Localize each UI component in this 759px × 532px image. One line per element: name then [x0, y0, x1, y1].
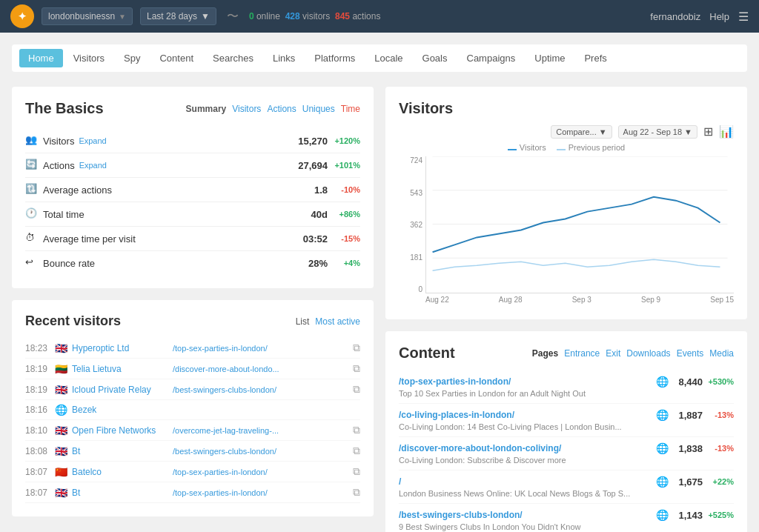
actions-expand[interactable]: Expand	[79, 161, 107, 170]
basics-header: The Basics Summary Visitors Actions Uniq…	[25, 100, 360, 117]
content-tab-media[interactable]: Media	[709, 348, 734, 359]
help-link[interactable]: Help	[709, 11, 729, 22]
logo[interactable]: ✦	[10, 4, 34, 28]
table-icon[interactable]: ⊞	[703, 124, 713, 139]
content-tab-entrance[interactable]: Entrance	[564, 348, 600, 359]
list-item: 18:07 🇬🇧 Bt /top-sex-parties-in-london/ …	[25, 482, 360, 503]
compare-button[interactable]: Compare... ▼	[551, 125, 611, 139]
uniques-tab[interactable]: Uniques	[302, 104, 335, 114]
visitor-url[interactable]: /top-sex-parties-in-london/	[173, 344, 348, 353]
tab-visitors[interactable]: Visitors	[64, 49, 113, 67]
tab-uptime[interactable]: Uptime	[526, 49, 574, 67]
logo-text: ✦	[18, 10, 27, 22]
visitor-url[interactable]: /best-swingers-clubs-london/	[173, 447, 348, 456]
copy-icon[interactable]: ⧉	[353, 424, 360, 436]
visitors-legend-label: Visitors	[520, 143, 546, 152]
globe-icon: 🌐	[656, 409, 669, 421]
content-url[interactable]: /co-living-places-in-london/	[399, 410, 652, 420]
date-range-button[interactable]: Aug 22 - Sep 18 ▼	[618, 125, 697, 139]
visitor-url[interactable]: /top-sex-parties-in-london/	[173, 468, 348, 476]
avg-time-icon: ⏱	[25, 232, 39, 245]
visitor-url[interactable]: /top-sex-parties-in-london/	[173, 488, 348, 497]
tab-searches[interactable]: Searches	[204, 49, 262, 67]
visitor-rows: 18:23 🇬🇧 Hyperoptic Ltd /top-sex-parties…	[25, 338, 360, 503]
list-item: /top-sex-parties-in-london/ 🌐 8,440 +530…	[399, 370, 734, 404]
chart-icon[interactable]: 〜	[227, 9, 239, 24]
nav-tabs: Home Visitors Spy Content Searches Links…	[12, 44, 747, 72]
tab-home[interactable]: Home	[19, 49, 63, 67]
content-count: 1,887	[673, 410, 703, 421]
visitor-name[interactable]: Icloud Private Relay	[72, 385, 168, 395]
actions-tab[interactable]: Actions	[267, 104, 296, 114]
flag-icon: 🇬🇧	[55, 487, 67, 499]
copy-icon[interactable]: ⧉	[353, 445, 360, 457]
recent-visitors-card: Recent visitors List Most active 18:23 🇬…	[12, 300, 374, 516]
tab-links[interactable]: Links	[264, 49, 304, 67]
content-change: +530%	[707, 377, 734, 386]
total-time-value: 40d	[311, 209, 328, 220]
hamburger-icon[interactable]: ☰	[738, 10, 749, 24]
tab-campaigns[interactable]: Campaigns	[458, 49, 525, 67]
tab-content[interactable]: Content	[150, 49, 202, 67]
visitor-time: 18:07	[25, 467, 50, 477]
site-name: londonbusinessn	[48, 11, 115, 21]
content-url[interactable]: /best-swingers-clubs-london/	[399, 510, 652, 520]
avg-actions-label: Average actions	[43, 184, 112, 196]
content-desc: Top 10 Sex Parties in London for an Adul…	[399, 389, 734, 398]
visitor-name[interactable]: Bt	[72, 446, 168, 456]
tab-platforms[interactable]: Platforms	[305, 49, 364, 67]
visitor-url[interactable]: /discover-more-about-londo...	[173, 365, 348, 373]
content-tab-downloads[interactable]: Downloads	[626, 348, 670, 359]
content-url[interactable]: /top-sex-parties-in-london/	[399, 376, 652, 387]
visitor-name[interactable]: Hyperoptic Ltd	[72, 343, 168, 353]
tab-spy[interactable]: Spy	[115, 49, 149, 67]
basics-actions-row: 🔄 Actions Expand 27,694 +101%	[25, 153, 360, 178]
visitor-name[interactable]: Bt	[72, 488, 168, 498]
most-active-link[interactable]: Most active	[315, 316, 360, 327]
copy-icon[interactable]: ⧉	[353, 465, 360, 478]
copy-icon[interactable]: ⧉	[353, 486, 360, 499]
tab-goals[interactable]: Goals	[414, 49, 457, 67]
content-tab-pages[interactable]: Pages	[532, 348, 558, 359]
recent-title: Recent visitors	[25, 313, 121, 329]
bar-chart-icon[interactable]: 📊	[719, 124, 734, 139]
visitor-time: 18:19	[25, 385, 50, 395]
chevron-down-icon: ▼	[684, 127, 692, 136]
bounce-label: Bounce rate	[43, 258, 95, 269]
main-container: Home Visitors Spy Content Searches Links…	[0, 33, 759, 532]
visitors-chart-card: Visitors Compare... ▼ Aug 22 - Sep 18 ▼ …	[385, 87, 747, 319]
recent-header: Recent visitors List Most active	[25, 313, 360, 329]
list-item: 18:08 🇬🇧 Bt /best-swingers-clubs-london/…	[25, 441, 360, 462]
copy-icon[interactable]: ⧉	[353, 383, 360, 396]
flag-icon: 🌐	[55, 404, 67, 416]
tab-prefs[interactable]: Prefs	[575, 49, 615, 67]
time-tab[interactable]: Time	[341, 104, 360, 114]
visitor-time: 18:10	[25, 425, 50, 436]
y-label: 362	[399, 221, 422, 229]
list-item: /discover-more-about-london-coliving/ 🌐 …	[399, 437, 734, 471]
visitors-tab[interactable]: Visitors	[232, 104, 261, 114]
content-url[interactable]: /	[399, 476, 652, 487]
tab-locale[interactable]: Locale	[365, 49, 411, 67]
username-link[interactable]: fernandobiz	[650, 11, 700, 22]
visitor-url[interactable]: /overcome-jet-lag-traveling-...	[173, 426, 348, 435]
content-tab-exit[interactable]: Exit	[606, 348, 620, 359]
content-tab-events[interactable]: Events	[677, 348, 704, 359]
visitor-url[interactable]: /best-swingers-clubs-london/	[173, 385, 348, 394]
date-range-selector[interactable]: Last 28 days ▼	[140, 7, 216, 25]
visitor-name[interactable]: Batelco	[72, 467, 168, 477]
site-selector[interactable]: londonbusinessn ▼	[42, 7, 133, 25]
visitor-name[interactable]: Bezek	[72, 405, 168, 415]
content-grid: The Basics Summary Visitors Actions Uniq…	[12, 87, 747, 532]
chart-controls: Compare... ▼ Aug 22 - Sep 18 ▼ ⊞ 📊	[399, 124, 734, 139]
avg-actions-change: -10%	[334, 185, 360, 194]
copy-icon[interactable]: ⧉	[353, 362, 360, 375]
copy-icon[interactable]: ⧉	[353, 342, 360, 354]
chart-legend: Visitors Previous period	[399, 143, 734, 152]
visitors-expand[interactable]: Expand	[79, 136, 106, 145]
content-url[interactable]: /discover-more-about-london-coliving/	[399, 443, 652, 453]
visitor-name[interactable]: Open Fibre Networks	[72, 425, 168, 436]
basics-title: The Basics	[25, 100, 104, 117]
visitor-name[interactable]: Telia Lietuva	[72, 364, 168, 374]
x-label: Sep 9	[641, 296, 660, 304]
